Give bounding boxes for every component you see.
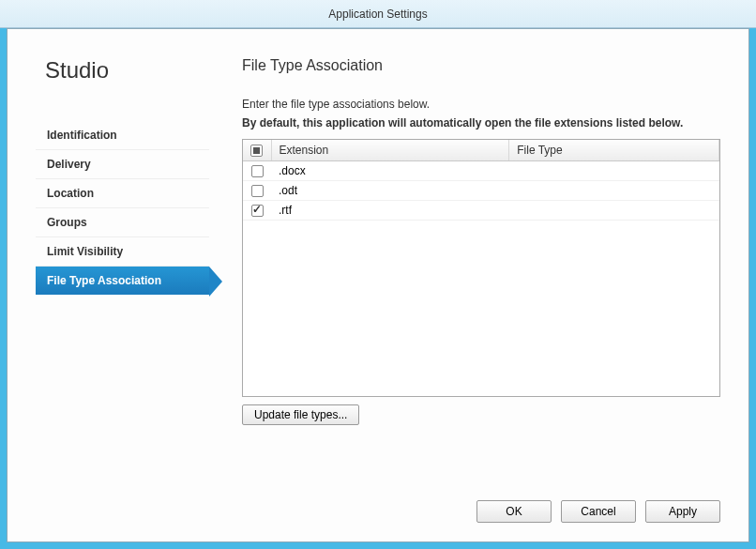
file-type-table: Extension File Type .docx.odt.rtf <box>243 140 719 221</box>
table-row[interactable]: .rtf <box>243 200 719 220</box>
row-checkbox[interactable] <box>251 185 264 197</box>
main-title: File Type Association <box>242 57 720 74</box>
row-checkbox-cell <box>243 200 271 220</box>
sidebar-items: IdentificationDeliveryLocationGroupsLimi… <box>36 121 209 295</box>
main-desc-1: Enter the file type associations below. <box>242 98 720 111</box>
column-extension[interactable]: Extension <box>271 140 509 160</box>
sidebar-title: Studio <box>36 57 209 84</box>
row-extension: .rtf <box>271 200 509 220</box>
main-panel: File Type Association Enter the file typ… <box>219 57 720 483</box>
sidebar-item-delivery[interactable]: Delivery <box>36 150 209 179</box>
ok-button[interactable]: OK <box>476 500 552 523</box>
cancel-button[interactable]: Cancel <box>561 500 636 523</box>
row-file-type <box>509 200 719 220</box>
sidebar-item-file-type-association[interactable]: File Type Association <box>36 267 209 295</box>
main-desc-2: By default, this application will automa… <box>242 116 720 130</box>
row-file-type <box>509 180 719 200</box>
table-body: .docx.odt.rtf <box>243 160 719 220</box>
row-file-type <box>509 160 719 180</box>
sidebar-item-identification[interactable]: Identification <box>36 121 209 150</box>
table-row[interactable]: .docx <box>243 160 719 180</box>
row-extension: .odt <box>271 180 509 200</box>
sidebar-item-location[interactable]: Location <box>36 179 209 208</box>
titlebar[interactable]: Application Settings <box>0 0 756 28</box>
sidebar-item-limit-visibility[interactable]: Limit Visibility <box>36 237 209 267</box>
select-all-checkbox[interactable] <box>250 145 263 157</box>
application-settings-window: Application Settings Studio Identificati… <box>0 0 756 549</box>
table-row[interactable]: .odt <box>243 180 719 200</box>
update-file-types-button[interactable]: Update file types... <box>242 404 359 425</box>
header-checkbox-cell <box>243 140 271 160</box>
row-checkbox-cell <box>243 160 271 180</box>
sidebar: Studio IdentificationDeliveryLocationGro… <box>36 57 219 483</box>
window-title: Application Settings <box>328 8 427 21</box>
row-checkbox[interactable] <box>251 205 264 217</box>
dialog-footer: OK Cancel Apply <box>8 483 748 541</box>
content-area: Studio IdentificationDeliveryLocationGro… <box>8 29 748 483</box>
row-checkbox-cell <box>243 180 271 200</box>
client-area: Studio IdentificationDeliveryLocationGro… <box>7 28 749 542</box>
row-extension: .docx <box>271 160 509 180</box>
column-file-type[interactable]: File Type <box>509 140 719 160</box>
sidebar-item-groups[interactable]: Groups <box>36 208 209 237</box>
file-type-table-container: Extension File Type .docx.odt.rtf <box>242 139 720 397</box>
row-checkbox[interactable] <box>251 165 264 177</box>
apply-button[interactable]: Apply <box>645 500 720 523</box>
